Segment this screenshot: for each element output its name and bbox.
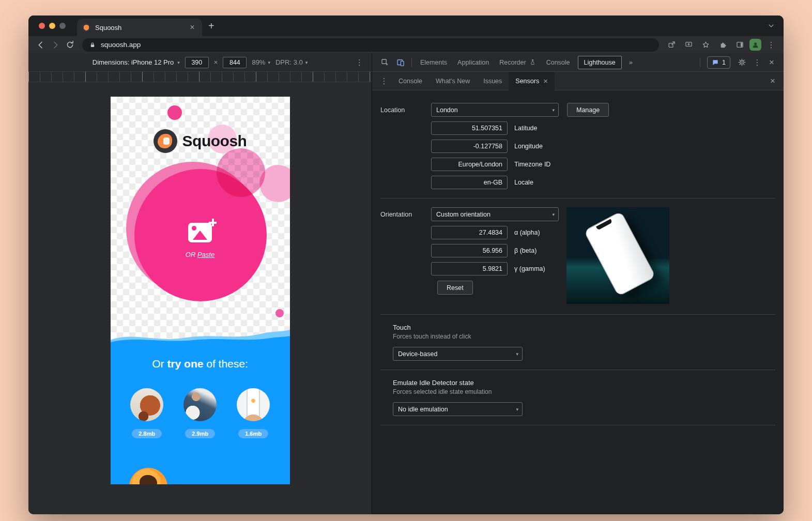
viewport-width-input[interactable] — [185, 57, 209, 68]
orientation-select[interactable]: Custom orientation ▾ — [431, 207, 559, 221]
close-drawer-button[interactable]: × — [766, 76, 779, 86]
drawer-tab-console[interactable]: Console — [392, 72, 429, 90]
locale-input[interactable] — [431, 176, 508, 189]
tab-label: Sensors — [515, 78, 539, 85]
phone-3d-model — [584, 211, 656, 297]
orientation-preview[interactable] — [566, 207, 669, 304]
timezone-label: Timezone ID — [514, 161, 550, 168]
tab-application[interactable]: Application — [452, 53, 494, 72]
devtools-settings-button[interactable] — [734, 56, 749, 69]
orientation-label: Orientation — [380, 211, 431, 218]
inspect-element-button[interactable] — [377, 56, 393, 69]
gear-icon — [738, 58, 746, 67]
reset-button[interactable]: Reset — [437, 281, 473, 295]
close-devtools-button[interactable]: × — [765, 57, 778, 68]
kebab-icon: ⋮ — [754, 58, 761, 67]
chevron-down-icon — [767, 22, 775, 30]
manage-button[interactable]: Manage — [567, 103, 609, 117]
idle-select[interactable]: No idle emulation ▾ — [393, 402, 523, 416]
bookmark-button[interactable] — [698, 38, 713, 52]
size-badge: 1.6mb — [238, 429, 268, 438]
minimize-window-button[interactable] — [49, 23, 55, 29]
address-toolbar: squoosh.app — [28, 36, 784, 53]
longitude-label: Longitude — [514, 143, 543, 150]
devtools-menu-button[interactable]: ⋮ — [749, 56, 765, 69]
side-panel-icon — [736, 40, 744, 49]
latitude-label: Latitude — [514, 125, 537, 132]
dimensions-select[interactable]: Dimensions: iPhone 12 Pro ▾ — [93, 58, 180, 66]
person-icon — [752, 41, 759, 49]
timezone-input[interactable] — [431, 158, 508, 171]
tab-close-icon[interactable]: × — [188, 23, 197, 32]
browser-tab[interactable]: Squoosh × — [77, 19, 202, 36]
more-tabs-button[interactable]: » — [624, 58, 637, 66]
sample-image-person-dog[interactable] — [183, 388, 217, 421]
drawer-tab-sensors[interactable]: Sensors × — [509, 72, 555, 90]
tab-recorder[interactable]: Recorder — [494, 53, 541, 72]
tab-search-button[interactable] — [767, 22, 775, 30]
chevron-down-icon: ▾ — [545, 108, 555, 113]
alpha-input[interactable] — [431, 226, 508, 239]
browser-menu-button[interactable]: ⋮ — [764, 38, 778, 52]
drawer-menu-button[interactable]: ⋮ — [376, 74, 392, 88]
chevron-down-icon: ▾ — [268, 60, 270, 65]
new-tab-button[interactable]: + — [202, 20, 221, 32]
paste-link[interactable]: Paste — [197, 251, 215, 258]
drawer-tab-whats-new[interactable]: What's New — [429, 72, 477, 90]
device-viewport: Squoosh OR Paste — [111, 97, 290, 484]
device-toolbar-menu-button[interactable]: ⋮ — [356, 58, 363, 67]
touch-select[interactable]: Device-based ▾ — [393, 347, 523, 361]
sample-image-squoosh-hand[interactable] — [129, 468, 167, 484]
address-bar[interactable]: squoosh.app — [82, 38, 659, 52]
install-icon — [684, 40, 693, 49]
try-bold: try one — [167, 358, 203, 370]
dpr-select[interactable]: DPR: 3.0 ▾ — [275, 58, 308, 66]
side-panel-button[interactable] — [732, 38, 747, 52]
close-sensors-tab-icon[interactable]: × — [543, 76, 548, 85]
squoosh-favicon-icon — [82, 23, 90, 32]
location-select[interactable]: London ▾ — [431, 103, 559, 117]
sample-list: 2.8mb 2.9mb 1.6mb — [111, 388, 290, 438]
beta-label: β (beta) — [514, 247, 537, 254]
zoom-value: 89% — [252, 58, 265, 66]
idle-value: No idle emulation — [398, 406, 448, 413]
install-button[interactable] — [681, 38, 696, 52]
tab-lighthouse[interactable]: Lighthouse — [578, 56, 622, 69]
zoom-select[interactable]: 89% ▾ — [252, 58, 270, 66]
profile-avatar[interactable] — [749, 39, 761, 51]
wave-decoration — [111, 327, 290, 344]
back-button[interactable] — [34, 38, 48, 52]
devtools-pane: Elements Application Recorder Console Li… — [372, 53, 784, 514]
star-icon — [701, 40, 710, 49]
gamma-input[interactable] — [431, 262, 508, 275]
close-window-button[interactable] — [39, 23, 45, 29]
tab-strip: Squoosh × + — [28, 16, 784, 36]
squoosh-logo-text: Squoosh — [182, 132, 247, 150]
reload-button[interactable] — [63, 38, 77, 52]
location-value: London — [436, 106, 458, 114]
reload-icon — [65, 40, 75, 50]
window-controls — [39, 23, 66, 29]
tab-label: Console — [399, 78, 422, 85]
tab-console[interactable]: Console — [541, 53, 575, 72]
viewport-height-input[interactable] — [223, 57, 247, 68]
zoom-window-button[interactable] — [59, 23, 66, 29]
tab-elements[interactable]: Elements — [415, 53, 452, 72]
drawer-tab-issues[interactable]: Issues — [477, 72, 509, 90]
gamma-label: γ (gamma) — [514, 265, 545, 272]
extensions-button[interactable] — [715, 38, 730, 52]
beta-input[interactable] — [431, 244, 508, 257]
sample-image-red-panda[interactable] — [130, 388, 163, 421]
tab-label: What's New — [436, 78, 470, 85]
or-paste-text: OR Paste — [111, 251, 290, 258]
longitude-input[interactable] — [431, 140, 508, 153]
open-in-new-button[interactable] — [664, 38, 679, 52]
squoosh-logo: Squoosh — [111, 128, 290, 155]
sample-image-phone[interactable] — [237, 388, 270, 421]
separator — [411, 58, 412, 67]
chevron-down-icon: ▾ — [545, 212, 555, 217]
latitude-input[interactable] — [431, 121, 508, 135]
forward-button[interactable] — [48, 38, 63, 52]
toggle-device-toolbar-button[interactable] — [393, 56, 408, 69]
issues-counter[interactable]: 1 — [707, 56, 730, 69]
